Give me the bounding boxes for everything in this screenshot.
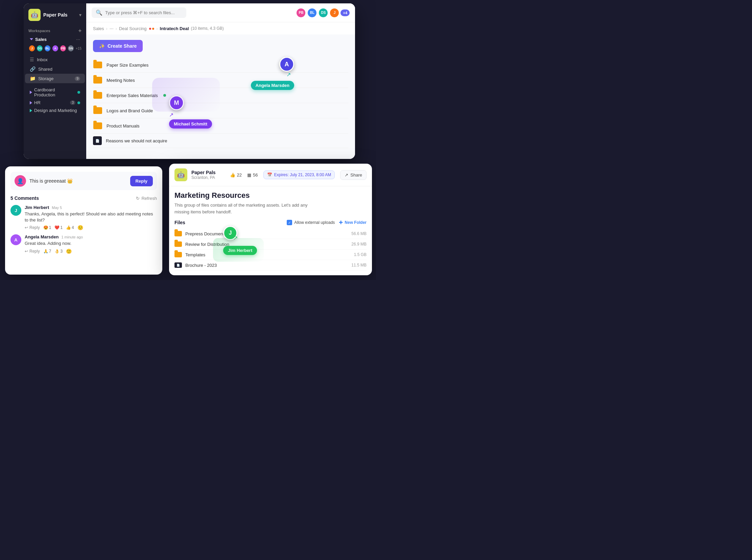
breadcrumb-current: Intratech Deal (160, 26, 189, 31)
angela-text: Great idea. Adding now. (25, 240, 157, 246)
folder-icon (175, 252, 182, 257)
magic-icon: ✨ (99, 43, 105, 49)
reply-icon: ↩ (25, 249, 28, 254)
topbar-avatars: PB BL DS J +4 (296, 8, 350, 18)
sidebar-item-storage[interactable]: 📁 Storage 9 (25, 74, 85, 83)
doc-icon: 📄 (93, 136, 102, 145)
share-title: Marketing Resources (175, 191, 367, 200)
sidebar-item-shared[interactable]: 🔗 Shared (25, 64, 85, 74)
expires-badge: 📅 Expires: July 21, 2023, 8:00 AM (263, 171, 335, 179)
avatar-2: DS (36, 45, 43, 52)
allow-uploads-checkbox[interactable]: ✓ (287, 220, 292, 225)
file-size: 1.5 GB (354, 252, 367, 257)
file-name: Prepress Documentation (185, 231, 348, 236)
add-reaction-btn-2[interactable]: 🙂 (66, 248, 72, 254)
create-share-button[interactable]: ✨ Create Share (93, 40, 143, 52)
jim-reply-btn[interactable]: ↩ Reply (25, 225, 40, 230)
file-item-meeting-notes[interactable]: Meeting Notes (93, 73, 348, 88)
reaction-pray[interactable]: 🙏7 (43, 249, 52, 254)
jim-username: Jim Herbert (25, 205, 49, 210)
share-button[interactable]: ↗ Share (340, 170, 367, 180)
folder-icon (93, 91, 102, 100)
file-item-reasons[interactable]: 📄 Reasons we should not acquire (93, 134, 348, 148)
main-content: 🔍 PB BL DS J +4 Sales › ··· › Deal Sourc… (86, 3, 355, 159)
share-file-templates[interactable]: Templates 1.5 GB (175, 249, 367, 260)
file-size: 56.6 MB (351, 231, 367, 236)
sidebar-item-sales[interactable]: Sales ··· (25, 35, 85, 43)
angela-avatar-comment: A (11, 234, 21, 245)
reaction-thumbsup[interactable]: 👍4 (66, 225, 74, 230)
topbar-avatar-bl: BL (307, 8, 317, 18)
sep-1: › (106, 26, 107, 31)
file-name: Meeting Notes (106, 78, 135, 83)
search-input[interactable] (105, 10, 182, 15)
reaction-ok[interactable]: 👌3 (55, 249, 63, 254)
workspace-menu-icon[interactable]: ··· (76, 37, 80, 42)
new-folder-btn[interactable]: 🞣 New Folder (339, 220, 367, 225)
share-app-info: Paper Pals Scranton, PA (191, 170, 226, 180)
reaction-heart[interactable]: ❤️1 (55, 225, 63, 230)
folder-icon (93, 106, 102, 115)
share-file-prepress[interactable]: Prepress Documentation 56.6 MB (175, 228, 367, 239)
hr-badge: 3 (70, 100, 75, 105)
commenter-avatar: 👤 (15, 175, 26, 187)
angela-header: Angela Marsden 1 minute ago (25, 234, 157, 239)
search-bar[interactable]: 🔍 (92, 7, 186, 18)
file-name: Brochure - 2023 (185, 263, 348, 268)
file-icon: 📄 (175, 262, 182, 268)
allow-uploads[interactable]: ✓ Allow external uploads (287, 220, 335, 225)
sidebar-item-inbox[interactable]: ☰ Inbox (25, 55, 85, 64)
shared-icon: 🔗 (30, 66, 36, 72)
sidebar-item-hr[interactable]: HR 3 (25, 99, 85, 106)
share-app-name: Paper Pals (191, 170, 226, 175)
reaction-wow[interactable]: 😍1 (43, 225, 52, 230)
breadcrumb: Sales › ··· › Deal Sourcing › Intratech … (86, 22, 355, 35)
share-description: This group of files contains all of the … (175, 202, 310, 215)
reply-button-top[interactable]: Reply (130, 176, 153, 186)
file-item-product-manuals[interactable]: Product Manuals (93, 118, 348, 134)
expand-icon (30, 38, 33, 40)
file-item-paper-size[interactable]: Paper Size Examples (93, 58, 348, 73)
avatar-count: +15 (76, 47, 81, 51)
file-name: Enterprise Sales Materials (106, 93, 158, 98)
sidebar-item-cardboard[interactable]: Cardboard Production (25, 86, 85, 99)
angela-username: Angela Marsden (25, 234, 59, 239)
sidebar-item-design[interactable]: Design and Marketing (25, 106, 85, 114)
comments-header: 5 Comments ↻ Refresh (11, 196, 157, 201)
breadcrumb-deal-sourcing[interactable]: Deal Sourcing (119, 26, 154, 31)
share-icon: ↗ (345, 173, 348, 178)
expires-text: Expires: July 21, 2023, 8:00 AM (274, 173, 331, 177)
angela-reply-btn[interactable]: ↩ Reply (25, 249, 40, 254)
breadcrumb-dots[interactable]: ··· (109, 26, 114, 31)
expand-cardboard-icon (30, 91, 32, 94)
comment-jim: J Jim Herbert May 5 Thanks, Angela, this… (11, 205, 157, 230)
refresh-button[interactable]: ↻ Refresh (136, 196, 157, 201)
files-section-header: Files ✓ Allow external uploads 🞣 New Fol… (175, 220, 367, 225)
file-name: Product Manuals (106, 123, 140, 128)
breadcrumb-sales[interactable]: Sales (93, 26, 104, 31)
expand-design-icon (30, 109, 32, 112)
file-name: Paper Size Examples (106, 63, 148, 68)
share-panel: 🤖 Paper Pals Scranton, PA 👍 22 ▦ 56 📅 Ex… (169, 164, 372, 275)
like-stat: 👍 22 (230, 173, 242, 178)
comments-panel: 👤 This is greeeeaat 👑 Reply 5 Comments ↻… (5, 166, 162, 275)
file-item-enterprise[interactable]: Enterprise Sales Materials (93, 88, 348, 103)
expand-hr-icon (30, 101, 32, 104)
avatar-3: BL (44, 45, 51, 52)
comment-input-text[interactable]: This is greeeeaat 👑 (29, 178, 127, 184)
file-area: ✨ Create Share Paper Size Examples Meeti… (86, 35, 355, 159)
angela-time: 1 minute ago (61, 235, 83, 239)
folder-icon (93, 75, 102, 85)
topbar-avatar-j: J (329, 8, 340, 18)
share-file-brochure[interactable]: 📄 Brochure - 2023 11.5 MB (175, 260, 367, 271)
storage-icon: 📁 (30, 76, 36, 81)
add-reaction-btn[interactable]: 🙂 (77, 225, 83, 230)
file-item-logos[interactable]: Logos and Brand Guide (93, 103, 348, 118)
share-body: Marketing Resources This group of files … (169, 186, 372, 275)
green-dot (163, 94, 166, 97)
file-size: 11.5 MB (351, 263, 367, 267)
share-file-review[interactable]: Review for Distribution 26.9 MB (175, 239, 367, 249)
file-actions: ✓ Allow external uploads 🞣 New Folder (287, 220, 367, 225)
share-header: 🤖 Paper Pals Scranton, PA 👍 22 ▦ 56 📅 Ex… (169, 164, 372, 186)
add-workspace-btn[interactable]: + (78, 28, 81, 34)
